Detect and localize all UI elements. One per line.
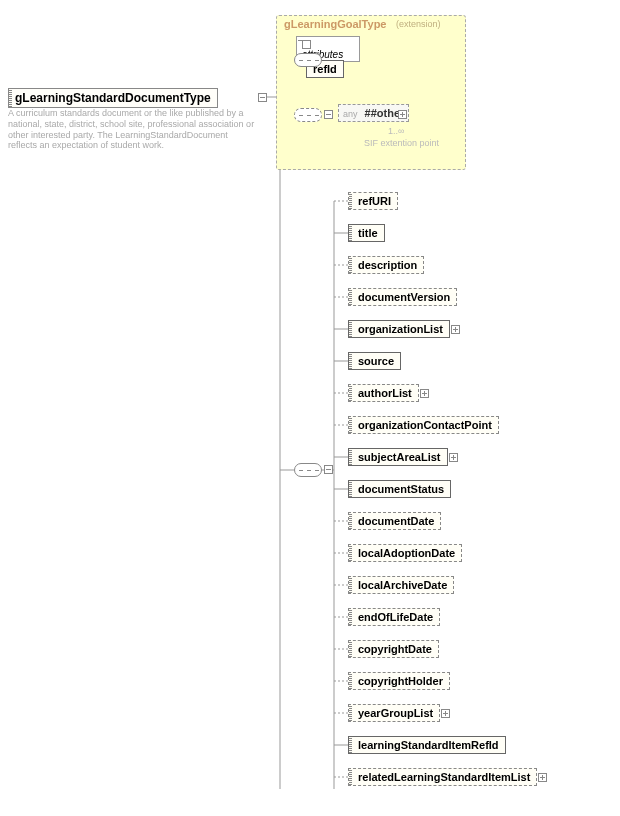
element-copyrightDate: copyrightDate	[348, 640, 439, 658]
extension-note: SIF extention point	[364, 138, 439, 148]
element-label: title	[358, 227, 378, 239]
element-documentStatus: documentStatus	[348, 480, 451, 498]
element-label: source	[358, 355, 394, 367]
element-organizationList: organizationList	[348, 320, 450, 338]
expand-icon	[441, 709, 450, 718]
element-label: documentDate	[358, 515, 434, 527]
element-label: refURI	[358, 195, 391, 207]
any-cardinality: 1..∞	[388, 126, 404, 136]
element-title: title	[348, 224, 385, 242]
element-label: authorList	[358, 387, 412, 399]
element-refURI: refURI	[348, 192, 398, 210]
element-label: documentVersion	[358, 291, 450, 303]
element-subjectAreaList: subjectAreaList	[348, 448, 448, 466]
extension-subtitle: (extension)	[396, 19, 441, 29]
element-localAdoptionDate: localAdoptionDate	[348, 544, 462, 562]
any-seq-expand	[324, 110, 333, 119]
element-label: relatedLearningStandardItemList	[358, 771, 530, 783]
any-expand-icon	[398, 110, 407, 119]
element-label: organizationList	[358, 323, 443, 335]
element-label: copyrightHolder	[358, 675, 443, 687]
attr-seq-connector	[294, 53, 322, 67]
element-label: learningStandardItemRefId	[358, 739, 499, 751]
element-label: localArchiveDate	[358, 579, 447, 591]
element-label: documentStatus	[358, 483, 444, 495]
element-relatedLearningStandardItemList: relatedLearningStandardItemList	[348, 768, 537, 786]
element-copyrightHolder: copyrightHolder	[348, 672, 450, 690]
root-type-label: gLearningStandardDocumentType	[15, 91, 211, 105]
expand-icon	[451, 325, 460, 334]
element-organizationContactPoint: organizationContactPoint	[348, 416, 499, 434]
element-documentDate: documentDate	[348, 512, 441, 530]
any-seq-connector	[294, 108, 322, 122]
extension-title: gLearningGoalType	[284, 18, 386, 30]
expand-icon	[420, 389, 429, 398]
element-label: organizationContactPoint	[358, 419, 492, 431]
element-source: source	[348, 352, 401, 370]
element-label: subjectAreaList	[358, 451, 441, 463]
element-description: description	[348, 256, 424, 274]
element-authorList: authorList	[348, 384, 419, 402]
element-learningStandardItemRefId: learningStandardItemRefId	[348, 736, 506, 754]
main-seq-connector	[294, 463, 322, 477]
expand-icon	[449, 453, 458, 462]
element-label: description	[358, 259, 417, 271]
main-seq-expand	[324, 465, 333, 474]
expand-icon	[538, 773, 547, 782]
root-expand-icon	[258, 93, 267, 102]
any-label: any	[343, 109, 358, 119]
element-label: copyrightDate	[358, 643, 432, 655]
element-yearGroupList: yearGroupList	[348, 704, 440, 722]
element-documentVersion: documentVersion	[348, 288, 457, 306]
element-label: endOfLifeDate	[358, 611, 433, 623]
element-localArchiveDate: localArchiveDate	[348, 576, 454, 594]
element-endOfLifeDate: endOfLifeDate	[348, 608, 440, 626]
root-description: A curriculum standards document or the l…	[8, 108, 258, 151]
element-label: localAdoptionDate	[358, 547, 455, 559]
element-label: yearGroupList	[358, 707, 433, 719]
root-type-box: gLearningStandardDocumentType	[8, 88, 218, 108]
